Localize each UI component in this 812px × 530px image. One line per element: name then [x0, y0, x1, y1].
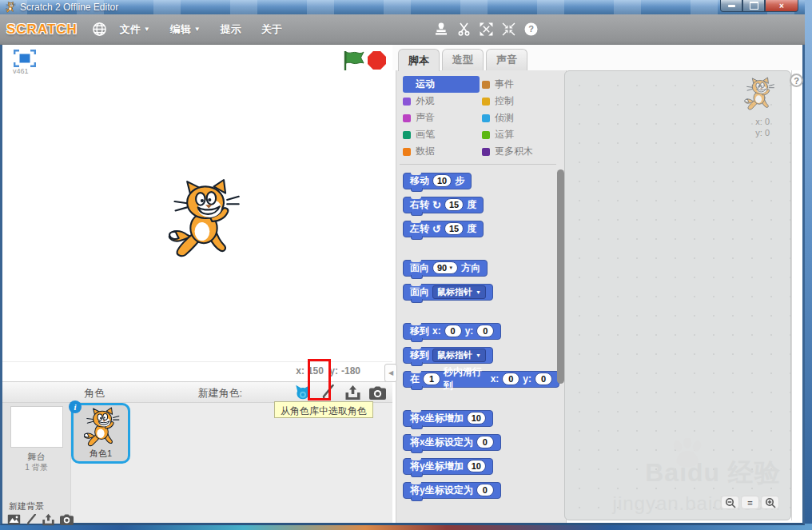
help-panel-button[interactable]: ?	[790, 74, 803, 87]
shrink-icon[interactable]	[502, 22, 515, 36]
menu-item-文件[interactable]: 文件▼	[120, 22, 150, 37]
menu-bar: SCRATCH 文件▼编辑▼提示关于	[0, 14, 805, 45]
menu-item-关于[interactable]: 关于	[261, 22, 282, 37]
category-数据[interactable]: 数据	[403, 143, 482, 160]
scripts-area[interactable]: x: 0 y: 0 Baidu 经验 jingyan.baidu.com =	[564, 70, 791, 520]
language-globe-icon[interactable]	[92, 22, 107, 37]
block-goto-xy[interactable]: 移到x:0y:0	[403, 323, 501, 340]
svg-text:?: ?	[528, 24, 534, 34]
block-text: 右转	[410, 198, 429, 212]
category-swatch	[482, 148, 490, 156]
block-input[interactable]: 0	[476, 325, 494, 337]
title-bar[interactable]: Scratch 2 Offline Editor ×	[0, 0, 805, 14]
help-icon[interactable]: ?	[524, 22, 538, 36]
blocks-palette: 运动外观声音画笔数据 事件控制侦测运算更多积木 移动10步右转↻15度左转↺15…	[396, 70, 567, 523]
category-swatch	[482, 81, 490, 89]
category-运算[interactable]: 运算	[482, 126, 561, 143]
category-事件[interactable]: 事件	[482, 76, 561, 93]
menu-item-提示[interactable]: 提示	[221, 22, 241, 37]
block-move-steps[interactable]: 移动10步	[403, 173, 472, 189]
block-goto-mouse[interactable]: 移到鼠标指针▼	[403, 347, 493, 364]
collapse-arrow[interactable]: ◀	[384, 364, 397, 382]
block-point-towards[interactable]: 面向鼠标指针▼	[403, 284, 493, 301]
palette-scrollbar[interactable]	[557, 169, 564, 384]
category-控制[interactable]: 控制	[482, 93, 561, 110]
block-text: 移到	[410, 325, 429, 338]
stage-panel: v461	[2, 45, 392, 361]
block-change-x[interactable]: 将x坐标增加10	[403, 410, 493, 427]
fullscreen-icon[interactable]	[14, 50, 36, 67]
block-turn-ccw[interactable]: 左转↺15度	[403, 221, 484, 237]
tab-声音[interactable]: 声音	[486, 49, 527, 70]
camera-backdrop-icon[interactable]	[60, 514, 74, 528]
category-运动[interactable]: 运动	[403, 76, 480, 93]
menu-items: 文件▼编辑▼提示关于	[120, 22, 282, 37]
paint-backdrop-icon[interactable]	[26, 514, 37, 529]
sprite-x: x: 0	[755, 116, 770, 127]
backdrop-library-icon[interactable]	[7, 514, 21, 528]
tab-造型[interactable]: 造型	[442, 49, 484, 70]
zoom-out-button[interactable]	[721, 496, 739, 509]
duplicate-stamp-icon[interactable]	[434, 22, 448, 36]
category-声音[interactable]: 声音	[403, 110, 482, 126]
block-input[interactable]: 0	[502, 373, 519, 385]
sprite-thumbnail-cat	[82, 407, 121, 448]
block-set-y[interactable]: 将y坐标设定为0	[403, 482, 501, 499]
grow-icon[interactable]	[480, 22, 493, 36]
stop-button[interactable]	[368, 51, 386, 70]
block-input[interactable]: 0	[476, 484, 494, 496]
category-label: 运算	[495, 128, 514, 141]
block-set-x[interactable]: 将x坐标设定为0	[403, 434, 501, 451]
block-dropdown[interactable]: 鼠标指针▼	[432, 349, 486, 362]
block-input[interactable]: 1	[423, 373, 440, 385]
zoom-reset-button[interactable]: =	[741, 496, 759, 509]
block-input[interactable]: 0	[535, 373, 552, 385]
block-input[interactable]: 15	[444, 198, 464, 211]
zoom-in-button[interactable]	[761, 496, 779, 509]
block-input[interactable]: 10	[467, 412, 486, 424]
menu-item-编辑[interactable]: 编辑▼	[170, 22, 201, 37]
green-flag-button[interactable]	[342, 50, 364, 71]
category-侦测[interactable]: 侦测	[482, 110, 561, 126]
block-text: 步	[455, 174, 464, 188]
block-change-y[interactable]: 将y坐标增加10	[403, 458, 493, 475]
minimize-button[interactable]	[720, 0, 742, 12]
block-input[interactable]: 0	[476, 436, 494, 448]
tooltip: 从角色库中选取角色	[274, 401, 373, 418]
app-icon	[5, 2, 16, 13]
category-label: 运动	[416, 78, 435, 91]
category-画笔[interactable]: 画笔	[403, 126, 482, 143]
block-glide-to-xy[interactable]: 在1秒内滑行到x:0y:0	[403, 371, 559, 388]
sprite-info-badge[interactable]: i	[69, 400, 82, 413]
stage-cat-sprite[interactable]	[164, 175, 244, 265]
block-dropdown[interactable]: 鼠标指针▼	[432, 285, 486, 299]
mouse-x-label: x:	[296, 365, 304, 377]
maximize-button[interactable]	[742, 0, 765, 12]
block-text: 将y坐标设定为	[410, 484, 473, 497]
close-button[interactable]: ×	[765, 0, 798, 12]
category-外观[interactable]: 外观	[403, 93, 482, 110]
category-label: 数据	[416, 145, 435, 158]
block-input[interactable]: 10	[432, 174, 452, 187]
category-swatch	[403, 98, 411, 106]
block-point-direction[interactable]: 面向90▼方向	[403, 260, 488, 277]
sprite-name: 角色1	[74, 448, 128, 460]
block-text: 面向	[410, 261, 429, 275]
scratch-logo[interactable]: SCRATCH	[6, 22, 78, 38]
camera-sprite-icon[interactable]	[368, 384, 386, 401]
category-更多积木[interactable]: 更多积木	[482, 143, 561, 160]
block-input[interactable]: 0	[444, 325, 462, 337]
sprite-thumbnail[interactable]: i 角色1	[71, 403, 130, 464]
category-label: 侦测	[495, 111, 514, 125]
stage-thumbnail[interactable]	[10, 406, 63, 448]
sprite-coordinates: x: 0 y: 0	[755, 116, 770, 138]
upload-sprite-icon[interactable]	[344, 384, 361, 401]
block-turn-cw[interactable]: 右转↻15度	[403, 197, 484, 213]
mouse-readout-row: x:150 y:-180 ◀	[2, 361, 392, 381]
upload-backdrop-icon[interactable]	[42, 513, 55, 529]
block-input-dropdown[interactable]: 90▼	[432, 261, 458, 274]
tab-脚本[interactable]: 脚本	[398, 49, 440, 71]
block-input[interactable]: 10	[467, 460, 486, 472]
block-input[interactable]: 15	[444, 222, 464, 235]
delete-scissors-icon[interactable]	[457, 22, 471, 36]
